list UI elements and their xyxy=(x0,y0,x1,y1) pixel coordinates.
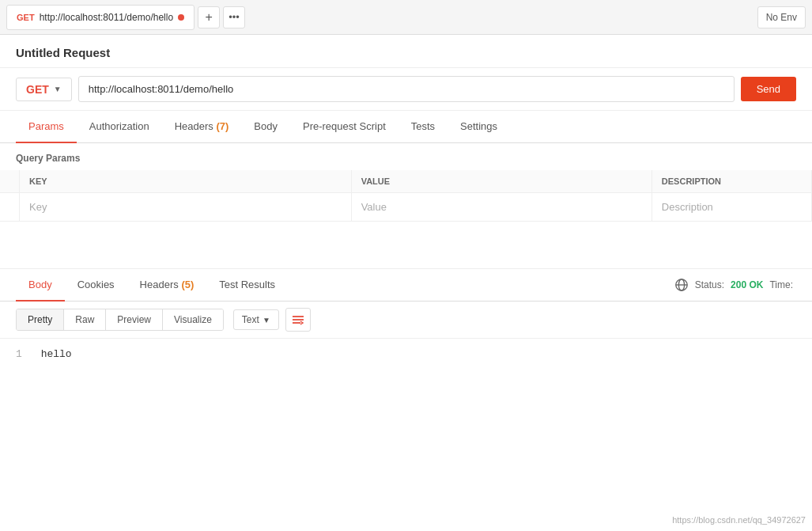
row-value-cell[interactable] xyxy=(351,193,651,222)
tab-modified-dot xyxy=(178,14,184,21)
tab-body[interactable]: Body xyxy=(241,111,290,143)
url-input[interactable] xyxy=(78,76,735,102)
response-meta: Status: 200 OK Time: xyxy=(674,278,796,292)
row-checkbox-cell xyxy=(0,193,20,222)
add-tab-button[interactable]: + xyxy=(198,6,220,28)
tab-prerequest[interactable]: Pre-request Script xyxy=(290,111,398,143)
method-label: GET xyxy=(26,83,49,96)
more-tabs-button[interactable]: ••• xyxy=(223,6,245,28)
empty-space xyxy=(0,222,812,269)
resp-tab-test-results[interactable]: Test Results xyxy=(206,269,288,302)
format-raw-button[interactable]: Raw xyxy=(64,309,106,330)
resp-tab-cookies[interactable]: Cookies xyxy=(65,269,127,302)
format-group: Pretty Raw Preview Visualize xyxy=(16,309,224,331)
response-toolbar: Pretty Raw Preview Visualize Text ▼ xyxy=(0,302,812,339)
key-input[interactable] xyxy=(20,193,351,221)
tab-bar: GET http://localhost:8011/demo/hello + •… xyxy=(0,0,812,35)
text-type-label: Text xyxy=(242,314,259,325)
tab-headers[interactable]: Headers (7) xyxy=(162,111,242,143)
tab-method-label: GET xyxy=(17,13,35,22)
line-number-1: 1 xyxy=(16,348,22,360)
tab-tests[interactable]: Tests xyxy=(398,111,448,143)
tab-url-label: http://localhost:8011/demo/hello xyxy=(40,12,173,23)
send-button[interactable]: Send xyxy=(741,77,796,101)
params-table: KEY VALUE DESCRIPTION xyxy=(0,170,812,222)
request-tabs: Params Authorization Headers (7) Body Pr… xyxy=(0,111,812,143)
response-body: 1 hello xyxy=(0,339,812,370)
text-type-selector[interactable]: Text ▼ xyxy=(233,309,279,330)
status-label: Status: xyxy=(695,279,724,290)
globe-icon xyxy=(674,278,689,292)
col-checkbox-header xyxy=(0,170,20,193)
request-title-bar: Untitled Request xyxy=(0,35,812,68)
resp-tab-headers[interactable]: Headers (5) xyxy=(127,269,207,302)
active-tab[interactable]: GET http://localhost:8011/demo/hello xyxy=(6,5,195,30)
tab-settings[interactable]: Settings xyxy=(448,111,510,143)
tab-authorization[interactable]: Authorization xyxy=(77,111,162,143)
row-key-cell[interactable] xyxy=(20,193,352,222)
table-row-empty xyxy=(0,193,812,222)
response-tabs: Body Cookies Headers (5) Test Results St… xyxy=(0,269,812,302)
headers-badge: (7) xyxy=(216,120,228,132)
more-tabs-icon: ••• xyxy=(228,11,240,23)
format-visualize-button[interactable]: Visualize xyxy=(163,309,223,330)
resp-tab-body[interactable]: Body xyxy=(16,269,65,302)
wrap-button[interactable] xyxy=(285,308,311,332)
response-line-1: hello xyxy=(41,348,72,360)
wrap-icon xyxy=(292,313,304,326)
desc-input[interactable] xyxy=(652,193,811,221)
tab-params[interactable]: Params xyxy=(16,111,77,143)
text-type-chevron-icon: ▼ xyxy=(262,316,270,324)
request-title: Untitled Request xyxy=(16,46,110,59)
query-params-label: Query Params xyxy=(0,143,812,170)
col-key-header: KEY xyxy=(20,170,352,193)
watermark: https://blog.csdn.net/qq_34972627 xyxy=(672,515,806,525)
method-selector[interactable]: GET ▼ xyxy=(16,78,72,101)
row-desc-cell[interactable] xyxy=(651,193,811,222)
no-env-button[interactable]: No Env xyxy=(757,6,806,28)
method-chevron-icon: ▼ xyxy=(54,85,62,93)
resp-headers-badge: (5) xyxy=(181,279,194,290)
col-desc-header: DESCRIPTION xyxy=(651,170,811,193)
time-label: Time: xyxy=(769,279,793,290)
value-input[interactable] xyxy=(352,193,651,221)
format-preview-button[interactable]: Preview xyxy=(106,309,163,330)
col-value-header: VALUE xyxy=(351,170,651,193)
url-bar: GET ▼ Send xyxy=(0,68,812,111)
format-pretty-button[interactable]: Pretty xyxy=(17,309,64,330)
status-value: 200 OK xyxy=(731,279,763,290)
add-tab-icon: + xyxy=(205,10,212,25)
